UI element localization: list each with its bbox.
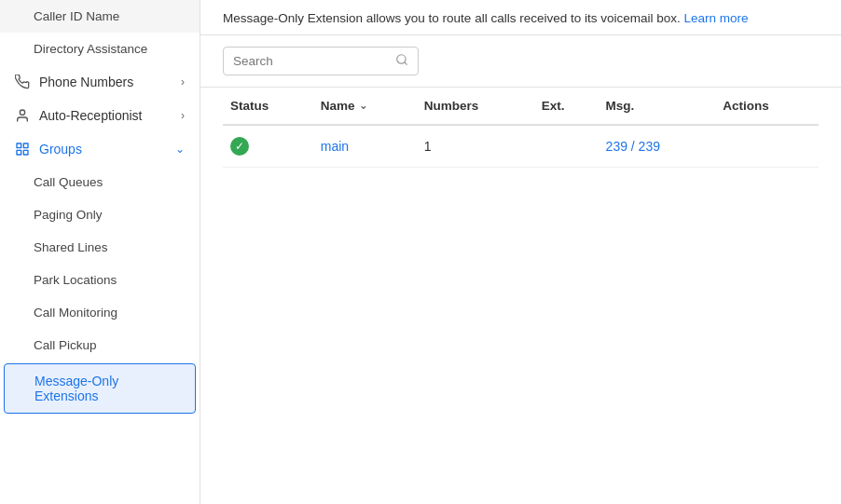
svg-point-0 [20, 110, 24, 115]
call-queues-label: Call Queues [34, 175, 103, 189]
sidebar-item-auto-receptionist[interactable]: Auto-Receptionist › [0, 99, 200, 132]
call-pickup-label: Call Pickup [34, 338, 97, 352]
person-icon [15, 108, 30, 123]
sidebar-item-paging-only[interactable]: Paging Only [0, 198, 200, 231]
svg-line-6 [405, 62, 407, 65]
shared-lines-label: Shared Lines [34, 240, 108, 254]
sidebar-item-groups[interactable]: Groups ⌄ [0, 132, 200, 166]
col-msg: Msg. [599, 88, 716, 125]
learn-more-link[interactable]: Learn more [684, 11, 749, 25]
call-monitoring-label: Call Monitoring [34, 306, 117, 320]
search-input[interactable] [233, 54, 395, 68]
sidebar-item-message-only-extensions[interactable]: Message-Only Extensions [4, 363, 196, 414]
park-locations-label: Park Locations [34, 273, 117, 287]
sidebar-item-directory-assistance[interactable]: Directory Assistance [0, 33, 200, 65]
groups-label: Groups [39, 142, 82, 157]
caller-id-name-label: Caller ID Name [34, 9, 119, 23]
svg-rect-4 [23, 150, 28, 155]
table-header: Status Name ⌄ Numbers Ext. Msg. Actions [223, 88, 819, 125]
sidebar-item-park-locations[interactable]: Park Locations [0, 264, 200, 296]
main-content: Message-Only Extension allows you to rou… [200, 0, 841, 504]
svg-rect-3 [17, 150, 21, 155]
row-name: main [313, 125, 417, 168]
col-name[interactable]: Name ⌄ [313, 88, 417, 125]
phone-icon [15, 75, 30, 89]
sidebar-item-shared-lines[interactable]: Shared Lines [0, 231, 200, 264]
row-ext [534, 125, 599, 168]
info-bar: Message-Only Extension allows you to rou… [200, 0, 841, 35]
sidebar-item-call-pickup[interactable]: Call Pickup [0, 329, 200, 361]
row-msg: 239 / 239 [599, 125, 716, 168]
row-actions [715, 125, 819, 168]
message-only-extensions-label: Message-Only Extensions [34, 374, 180, 403]
table-body: ✓ main 1 239 / 239 [223, 125, 819, 168]
paging-only-label: Paging Only [34, 208, 103, 222]
col-numbers: Numbers [417, 88, 534, 125]
extensions-table: Status Name ⌄ Numbers Ext. Msg. Actions [223, 88, 819, 168]
directory-assistance-label: Directory Assistance [34, 42, 147, 56]
col-status: Status [223, 88, 313, 125]
groups-chevron: ⌄ [175, 143, 185, 156]
row-numbers: 1 [417, 125, 534, 168]
row-name-link[interactable]: main [321, 139, 349, 154]
auto-receptionist-chevron: › [181, 109, 185, 122]
sidebar-item-call-queues[interactable]: Call Queues [0, 166, 200, 198]
phone-numbers-chevron: › [181, 75, 185, 89]
search-icon [395, 53, 408, 69]
groups-icon [15, 142, 30, 157]
toolbar [200, 35, 841, 88]
col-ext: Ext. [534, 88, 599, 125]
svg-rect-1 [17, 143, 21, 148]
row-msg-link[interactable]: 239 / 239 [606, 139, 660, 154]
table-container: Status Name ⌄ Numbers Ext. Msg. Actions [200, 88, 841, 504]
table-row: ✓ main 1 239 / 239 [223, 125, 819, 168]
sidebar-item-phone-numbers[interactable]: Phone Numbers › [0, 65, 200, 99]
col-actions: Actions [715, 88, 819, 125]
sidebar: Caller ID Name Directory Assistance Phon… [0, 0, 200, 504]
auto-receptionist-label: Auto-Receptionist [39, 108, 143, 123]
sort-icon: ⌄ [359, 100, 367, 112]
phone-numbers-label: Phone Numbers [39, 75, 133, 89]
sidebar-item-call-monitoring[interactable]: Call Monitoring [0, 296, 200, 329]
status-active-icon: ✓ [230, 137, 249, 156]
svg-rect-2 [23, 143, 28, 148]
info-text: Message-Only Extension allows you to rou… [223, 11, 681, 25]
sidebar-item-caller-id-name[interactable]: Caller ID Name [0, 0, 200, 33]
search-box[interactable] [223, 47, 419, 75]
row-status: ✓ [223, 125, 313, 168]
